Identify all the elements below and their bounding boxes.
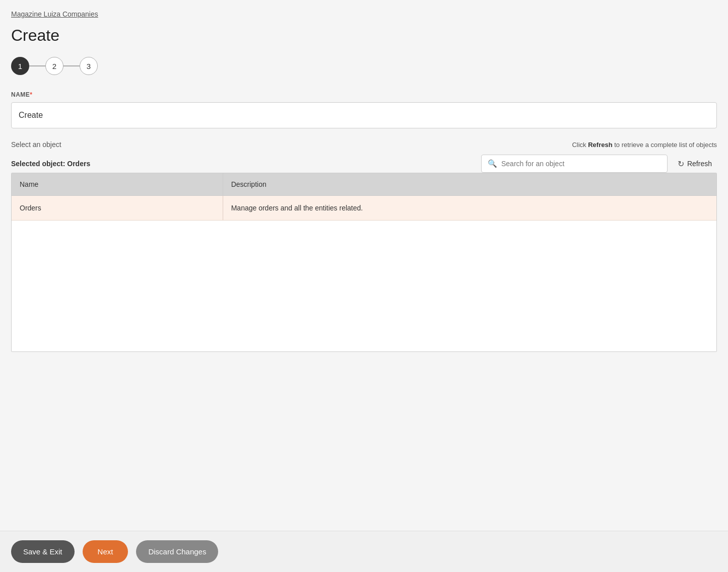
object-header-row: Select an object Click Refresh to retrie… <box>11 140 717 149</box>
search-input[interactable] <box>501 160 661 168</box>
object-selector-section: Select an object Click Refresh to retrie… <box>11 140 717 352</box>
selected-object-text: Selected object: Orders <box>11 160 90 168</box>
table-row[interactable]: Orders Manage orders and all the entitie… <box>12 196 716 221</box>
table-header: Name Description <box>12 173 716 196</box>
refresh-icon: ↻ <box>678 159 684 169</box>
next-button[interactable]: Next <box>83 540 128 563</box>
objects-table-wrapper: Name Description Orders Manage orders an… <box>11 173 717 352</box>
required-star: * <box>30 91 32 98</box>
search-box: 🔍 <box>481 155 668 173</box>
name-field-section: NAME* <box>11 91 717 128</box>
table-header-description: Description <box>223 173 716 195</box>
breadcrumb: Magazine Luiza Companies <box>11 10 717 18</box>
table-cell-name: Orders <box>12 196 223 220</box>
discard-button[interactable]: Discard Changes <box>136 540 218 563</box>
bottom-bar: Save & Exit Next Discard Changes <box>0 531 728 572</box>
name-input[interactable] <box>11 102 717 128</box>
step-3[interactable]: 3 <box>80 57 98 75</box>
select-object-label: Select an object <box>11 140 61 149</box>
name-label: NAME* <box>11 91 717 98</box>
table-header-name: Name <box>12 173 223 195</box>
refresh-button[interactable]: ↻ Refresh <box>673 155 717 173</box>
table-empty-area <box>12 221 716 351</box>
save-exit-button[interactable]: Save & Exit <box>11 540 75 563</box>
refresh-button-label: Refresh <box>687 160 712 168</box>
step-1[interactable]: 1 <box>11 57 29 75</box>
object-controls-row: Selected object: Orders 🔍 ↻ Refresh <box>11 155 717 173</box>
step-connector-2 <box>63 65 80 66</box>
search-refresh-group: 🔍 ↻ Refresh <box>481 155 717 173</box>
table-cell-description: Manage orders and all the entities relat… <box>223 196 716 220</box>
stepper: 1 2 3 <box>11 57 717 75</box>
page-title: Create <box>11 26 717 45</box>
refresh-hint: Click Refresh to retrieve a complete lis… <box>572 141 717 149</box>
step-connector-1 <box>29 65 45 66</box>
refresh-hint-bold: Refresh <box>588 141 612 149</box>
breadcrumb-link[interactable]: Magazine Luiza Companies <box>11 10 98 18</box>
search-icon: 🔍 <box>488 159 497 168</box>
step-2[interactable]: 2 <box>45 57 63 75</box>
